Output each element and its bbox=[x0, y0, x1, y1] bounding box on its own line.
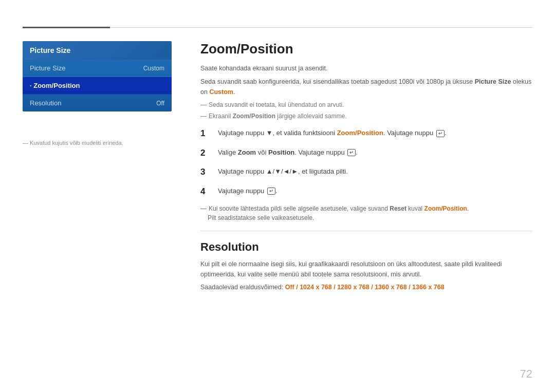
sidebar-note: — Kuvatud kujutis võib mudeliti erineda. bbox=[23, 140, 123, 146]
sidebar-item-label-zoom: · Zoom/Position bbox=[30, 82, 80, 89]
sidebar-title: Picture Size bbox=[23, 41, 172, 60]
step-note: Kui soovite lähtestada pildi selle algse… bbox=[200, 205, 532, 212]
step-1-num: 1 bbox=[200, 127, 215, 140]
resolution-values: Off / 1024 x 768 / 1280 x 768 / 1360 x 7… bbox=[285, 284, 445, 291]
sidebar-item-value-resolution: Off bbox=[156, 100, 164, 107]
zoom-section-title: Zoom/Position bbox=[200, 41, 532, 57]
zoom-desc2-suffix: . bbox=[233, 88, 235, 96]
zoom-desc2-prefix: Seda suvandit saab konfigureerida, kui s… bbox=[200, 78, 475, 85]
step1-bold: Zoom/Position bbox=[337, 129, 383, 137]
step-3-text: Vajutage nuppu ▲/▼/◄/►, et liigutada pil… bbox=[218, 166, 532, 177]
main-content: Zoom/Position Saate kohandada ekraani su… bbox=[200, 41, 532, 369]
step-2-num: 2 bbox=[200, 146, 215, 160]
step4-enter-icon: ↵ bbox=[267, 188, 275, 195]
zoom-desc1: Saate kohandada ekraani suurust ja asend… bbox=[200, 63, 532, 73]
sidebar-item-resolution[interactable]: Resolution Off bbox=[23, 95, 172, 111]
step2-enter-icon: ↵ bbox=[347, 149, 356, 156]
steps-container: 1 Vajutage nuppu ▼, et valida funktsioon… bbox=[200, 128, 532, 198]
page-number: 72 bbox=[520, 367, 532, 381]
resolution-options: Saadaolevad eraldusvõimed: Off / 1024 x … bbox=[200, 284, 532, 291]
sidebar-item-zoom-position[interactable]: · Zoom/Position bbox=[23, 77, 172, 95]
resolution-section-title: Resolution bbox=[200, 240, 532, 254]
resolution-desc1: Kui pilt ei ole normaalne isegi siis, ku… bbox=[200, 259, 532, 279]
top-bar bbox=[23, 27, 532, 28]
step-4-text: Vajutage nuppu ↵. bbox=[218, 186, 532, 196]
sidebar-menu: Picture Size Custom · Zoom/Position Reso… bbox=[23, 60, 172, 111]
zoom-desc2: Seda suvandit saab konfigureerida, kui s… bbox=[200, 77, 532, 97]
zoom-desc2-orange: Custom bbox=[209, 88, 233, 96]
zoom-note2: Ekraanil Zoom/Position järgige allolevai… bbox=[200, 111, 532, 121]
step-4-num: 4 bbox=[200, 185, 215, 198]
step-2-text: Valige Zoom või Position. Vajutage nuppu… bbox=[218, 147, 532, 158]
step1-enter-icon: ↵ bbox=[436, 130, 445, 137]
step-note2: Pilt seadistatakse selle vaikeasetusele. bbox=[208, 214, 532, 221]
step-3: 3 Vajutage nuppu ▲/▼/◄/►, et liigutada p… bbox=[200, 166, 532, 179]
zoom-note2-text: Ekraanil Zoom/Position järgige allolevai… bbox=[209, 111, 347, 121]
top-bar-light bbox=[110, 27, 532, 28]
top-bar-dark bbox=[23, 27, 110, 28]
sidebar-item-picture-size[interactable]: Picture Size Custom bbox=[23, 60, 172, 77]
step-3-num: 3 bbox=[200, 165, 215, 179]
section-divider bbox=[200, 231, 532, 231]
step-2: 2 Valige Zoom või Position. Vajutage nup… bbox=[200, 147, 532, 160]
sidebar-item-value-picture-size: Custom bbox=[143, 65, 164, 72]
zoom-desc2-bold: Picture Size bbox=[475, 78, 511, 85]
step-4: 4 Vajutage nuppu ↵. bbox=[200, 186, 532, 198]
zoom-note1-text: Seda suvandit ei toetata, kui ühendatud … bbox=[209, 100, 344, 109]
step-1-text: Vajutage nuppu ▼, et valida funktsiooni … bbox=[218, 128, 532, 138]
sidebar-item-label-resolution: Resolution bbox=[30, 99, 61, 107]
sidebar-item-label-picture-size: Picture Size bbox=[30, 64, 65, 72]
step-1: 1 Vajutage nuppu ▼, et valida funktsioon… bbox=[200, 128, 532, 140]
zoom-note1: Seda suvandit ei toetata, kui ühendatud … bbox=[200, 100, 532, 109]
sidebar: Picture Size Picture Size Custom · Zoom/… bbox=[23, 41, 172, 111]
